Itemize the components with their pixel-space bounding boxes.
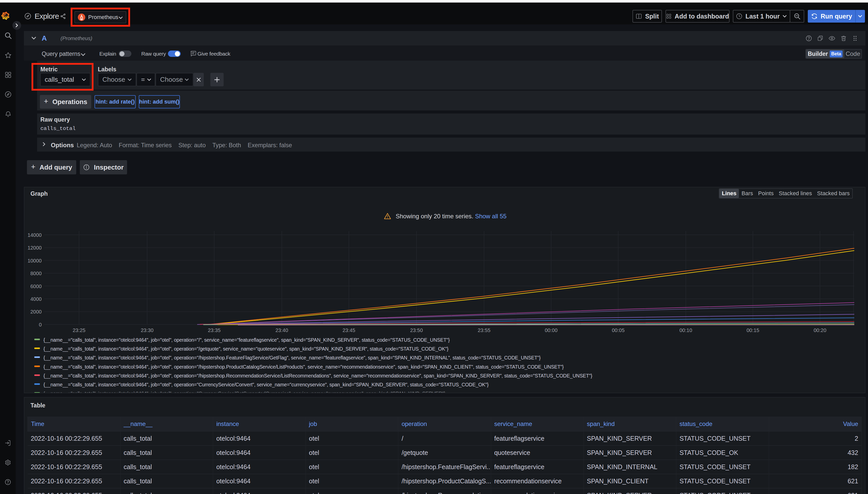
svg-text:23:35: 23:35: [208, 327, 220, 333]
svg-text:23:40: 23:40: [275, 327, 288, 333]
svg-text:00:00: 00:00: [545, 327, 558, 333]
svg-text:0: 0: [39, 322, 42, 327]
svg-text:23:30: 23:30: [141, 327, 153, 333]
svg-text:00:05: 00:05: [612, 327, 625, 333]
svg-text:6000: 6000: [31, 284, 42, 289]
svg-text:23:55: 23:55: [478, 327, 490, 333]
svg-text:00:15: 00:15: [746, 327, 759, 333]
svg-text:14000: 14000: [28, 232, 42, 238]
svg-text:12000: 12000: [28, 245, 42, 250]
svg-text:8000: 8000: [31, 271, 42, 276]
svg-text:23:25: 23:25: [73, 327, 85, 333]
svg-text:23:50: 23:50: [410, 327, 423, 333]
svg-text:10000: 10000: [28, 258, 42, 264]
svg-text:00:10: 00:10: [680, 327, 692, 333]
svg-text:2000: 2000: [31, 309, 42, 315]
svg-text:4000: 4000: [31, 296, 42, 302]
svg-text:00:20: 00:20: [814, 327, 826, 333]
svg-text:23:45: 23:45: [343, 327, 355, 333]
